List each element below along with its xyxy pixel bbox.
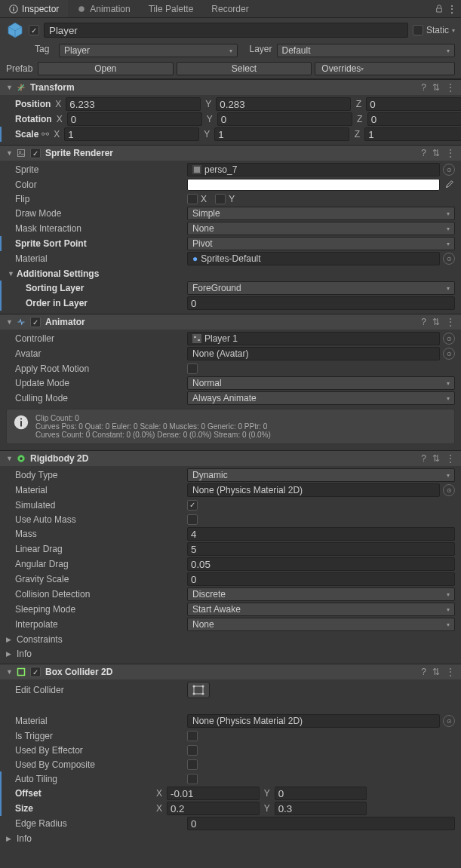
- active-checkbox[interactable]: ✓: [29, 25, 39, 35]
- mass-input[interactable]: [187, 527, 455, 541]
- composite-checkbox[interactable]: [187, 759, 198, 770]
- enabled-checkbox[interactable]: ✓: [30, 667, 41, 677]
- foldout-icon[interactable]: ▼: [6, 318, 12, 326]
- flip-y-checkbox[interactable]: [215, 194, 226, 204]
- boxcollider-header[interactable]: ▼ ✓ Box Collider 2D ?⇅⋮: [0, 664, 461, 679]
- object-picker-icon[interactable]: ⊙: [443, 348, 455, 360]
- kebab-icon[interactable]: ⋮: [446, 317, 455, 327]
- updatemode-dropdown[interactable]: Normal: [187, 376, 455, 390]
- position-z[interactable]: [366, 97, 461, 111]
- simulated-checkbox[interactable]: ✓: [187, 500, 198, 511]
- effector-checkbox[interactable]: [187, 745, 198, 756]
- gameobject-icon[interactable]: [6, 21, 24, 39]
- object-picker-icon[interactable]: ⊙: [443, 164, 455, 176]
- link-icon[interactable]: ⚯: [41, 129, 49, 140]
- info-label[interactable]: Info: [15, 833, 193, 844]
- interpolate-dropdown[interactable]: None: [187, 618, 455, 631]
- transform-header[interactable]: ▼ Transform ?⇅⋮: [0, 79, 461, 95]
- editcollider-button[interactable]: [187, 682, 210, 698]
- help-icon[interactable]: ?: [421, 453, 426, 464]
- offset-x[interactable]: [167, 787, 260, 800]
- static-checkbox[interactable]: [413, 25, 423, 35]
- name-input[interactable]: [44, 23, 408, 38]
- preset-icon[interactable]: ⇅: [432, 148, 440, 158]
- rootmotion-checkbox[interactable]: [187, 363, 198, 374]
- flip-x-checkbox[interactable]: [187, 194, 198, 204]
- foldout-icon[interactable]: ▶: [6, 650, 12, 658]
- help-icon[interactable]: ?: [421, 317, 426, 327]
- select-button[interactable]: Select: [177, 62, 312, 75]
- layer-dropdown[interactable]: Default: [277, 44, 456, 57]
- sleepmode-dropdown[interactable]: Start Awake: [187, 603, 455, 616]
- bodytype-dropdown[interactable]: Dynamic: [187, 468, 455, 482]
- scale-y[interactable]: [214, 127, 349, 141]
- colldet-dropdown[interactable]: Discrete: [187, 587, 455, 601]
- help-icon[interactable]: ?: [421, 667, 426, 677]
- tab-animation[interactable]: Animation: [68, 0, 139, 17]
- constraints-label[interactable]: Constraints: [15, 634, 193, 645]
- gravityscale-input[interactable]: [187, 572, 455, 586]
- preset-icon[interactable]: ⇅: [432, 453, 440, 464]
- rotation-y[interactable]: [217, 112, 352, 126]
- angulardrag-input[interactable]: [187, 557, 455, 571]
- autotiling-checkbox[interactable]: [187, 774, 198, 784]
- size-x[interactable]: [167, 802, 260, 815]
- automass-checkbox[interactable]: [187, 514, 198, 525]
- material-field[interactable]: None (Physics Material 2D): [187, 483, 440, 497]
- foldout-icon[interactable]: ▼: [6, 149, 12, 157]
- help-icon[interactable]: ?: [421, 148, 426, 158]
- kebab-icon[interactable]: ⋮: [447, 4, 455, 14]
- lineardrag-input[interactable]: [187, 542, 455, 556]
- animator-header[interactable]: ▼ ✓ Animator ?⇅⋮: [0, 314, 461, 330]
- rotation-z[interactable]: [367, 112, 461, 126]
- avatar-field[interactable]: None (Avatar): [187, 347, 440, 360]
- size-y[interactable]: [275, 802, 367, 815]
- kebab-icon[interactable]: ⋮: [446, 667, 455, 677]
- scale-x[interactable]: [64, 127, 199, 141]
- edgeradius-input[interactable]: [187, 817, 455, 830]
- enabled-checkbox[interactable]: ✓: [30, 148, 41, 158]
- tag-dropdown[interactable]: Player: [59, 44, 238, 57]
- tab-inspector[interactable]: Inspector: [0, 0, 68, 17]
- controller-field[interactable]: Player 1: [187, 332, 440, 345]
- preset-icon[interactable]: ⇅: [432, 667, 440, 677]
- color-field[interactable]: [187, 179, 440, 191]
- foldout-icon[interactable]: ▶: [6, 835, 12, 842]
- static-dropdown-icon[interactable]: ▾: [452, 27, 455, 34]
- maskinteraction-dropdown[interactable]: None: [187, 222, 455, 235]
- material-field[interactable]: ●Sprites-Default: [187, 252, 440, 265]
- cullingmode-dropdown[interactable]: Always Animate: [187, 391, 455, 405]
- eyedropper-icon[interactable]: [443, 179, 455, 191]
- material-field[interactable]: None (Physics Material 2D): [187, 714, 440, 728]
- kebab-icon[interactable]: ⋮: [446, 82, 455, 93]
- offset-y[interactable]: [275, 787, 367, 800]
- sprite-field[interactable]: perso_7: [187, 163, 440, 176]
- spriterenderer-header[interactable]: ▼ ✓ Sprite Renderer ?⇅⋮: [0, 145, 461, 161]
- scale-z[interactable]: [364, 127, 461, 141]
- overrides-dropdown[interactable]: Overrides: [315, 62, 455, 75]
- sortpoint-dropdown[interactable]: Pivot: [187, 237, 455, 250]
- lock-icon[interactable]: [435, 5, 443, 14]
- foldout-icon[interactable]: ▶: [6, 636, 12, 643]
- kebab-icon[interactable]: ⋮: [446, 453, 455, 464]
- object-picker-icon[interactable]: ⊙: [443, 715, 455, 727]
- foldout-icon[interactable]: ▼: [6, 455, 12, 462]
- tab-tilepalette[interactable]: Tile Palette: [140, 0, 203, 17]
- preset-icon[interactable]: ⇅: [432, 317, 440, 327]
- drawmode-dropdown[interactable]: Simple: [187, 207, 455, 220]
- position-y[interactable]: [216, 97, 351, 111]
- rigidbody-header[interactable]: ▼ Rigidbody 2D ?⇅⋮: [0, 450, 461, 466]
- orderinlayer-input[interactable]: [187, 296, 455, 310]
- help-icon[interactable]: ?: [421, 82, 426, 93]
- position-x[interactable]: [66, 97, 201, 111]
- tab-recorder[interactable]: Recorder: [202, 0, 257, 17]
- sortinglayer-dropdown[interactable]: ForeGround: [187, 281, 455, 295]
- object-picker-icon[interactable]: ⊙: [443, 484, 455, 496]
- foldout-icon[interactable]: ▼: [6, 668, 12, 676]
- enabled-checkbox[interactable]: ✓: [30, 317, 41, 327]
- istrigger-checkbox[interactable]: [187, 731, 198, 741]
- foldout-icon[interactable]: ▼: [6, 270, 12, 278]
- foldout-icon[interactable]: ▼: [6, 84, 12, 91]
- rotation-x[interactable]: [67, 112, 202, 126]
- preset-icon[interactable]: ⇅: [432, 82, 440, 93]
